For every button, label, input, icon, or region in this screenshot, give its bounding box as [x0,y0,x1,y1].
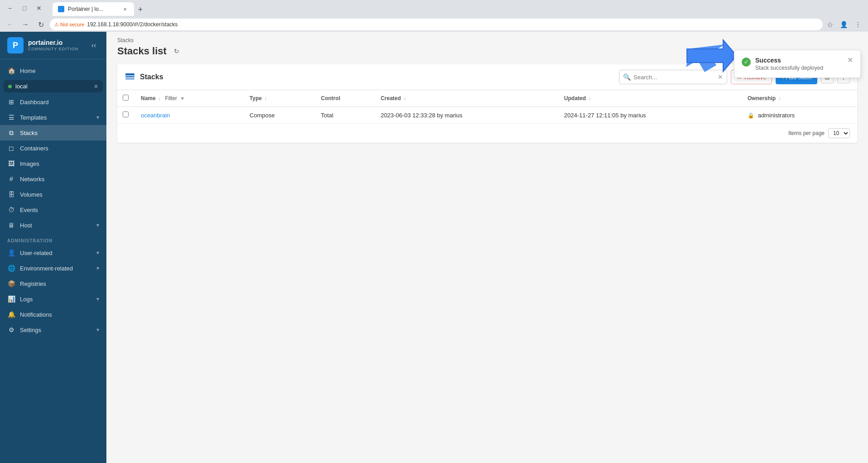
logs-icon: 📊 [7,295,15,303]
active-tab[interactable]: Portainer | lo... ✕ [53,2,134,16]
extensions-button[interactable]: ⋮ [852,18,864,31]
chevron-down-icon: ▾ [96,327,99,333]
col-header-updated[interactable]: Updated ↕ [559,90,742,107]
col-header-ownership[interactable]: Ownership ↕ [742,90,857,107]
sidebar-item-label: Environment-related [20,265,92,272]
toast-close-button[interactable]: ✕ [847,57,853,64]
reload-button[interactable]: ↻ [34,18,47,31]
col-header-created[interactable]: Created ↕ [375,90,559,107]
card-title: Stacks [140,73,163,81]
sidebar-item-registries[interactable]: 📦 Registries [0,276,106,291]
search-input[interactable] [633,74,715,81]
select-all-checkbox[interactable] [123,95,129,101]
col-header-name[interactable]: Name ↓ Filter ▼ [135,90,244,107]
sidebar-item-networks[interactable]: # Networks [0,171,106,187]
table-wrapper: Name ↓ Filter ▼ Type ↕ Control [117,90,857,124]
address-bar[interactable]: ⚠ Not secure 192.168.1.18:9000/#!/2/dock… [50,19,823,30]
sidebar-item-stacks[interactable]: ⧉ Stacks [0,125,106,140]
sidebar-environment-item[interactable]: local ✕ [4,80,103,92]
sidebar-item-host[interactable]: 🖥 Host ▾ [0,217,106,233]
row-created-cell: 2023-06-03 12:33:28 by marius [375,107,559,124]
chevron-down-icon: ▾ [96,222,99,228]
sidebar-item-settings[interactable]: ⚙ Settings ▾ [0,322,106,338]
svg-rect-1 [125,76,134,77]
security-indicator: ⚠ Not secure [54,22,84,28]
logo-edition: COMMUNITY EDITION [28,47,78,52]
table-footer: Items per page 10 25 50 [117,124,857,143]
environment-close-icon[interactable]: ✕ [94,83,98,90]
sidebar-item-templates[interactable]: ☰ Templates ▾ [0,110,106,125]
refresh-button[interactable]: ↻ [171,46,182,57]
sidebar-item-label: User-related [20,250,92,256]
environment-name: local [15,83,90,90]
maximize-button[interactable]: □ [18,2,31,14]
notifications-icon: 🔔 [7,310,15,318]
close-button[interactable]: ✕ [33,2,45,14]
logo-icon: P [7,37,24,53]
sort-icon: ↕ [404,96,406,101]
sort-icon: ↕ [778,96,781,101]
search-icon: 🔍 [623,73,631,81]
sidebar-item-events[interactable]: ⏱ Events [0,202,106,217]
breadcrumb: Stacks [117,37,857,43]
sort-icon: ↓ [158,96,161,101]
sidebar-item-label: Volumes [20,191,99,198]
search-box: 🔍 ✕ [619,70,727,84]
sidebar-item-label: Stacks [20,130,99,136]
success-toast: ✓ Success Stack successfully deployed ✕ [734,50,861,78]
environment-icon: 🌐 [7,264,15,272]
tab-close-button[interactable]: ✕ [121,5,129,13]
logo-text: portainer.io COMMUNITY EDITION [28,39,78,52]
tab-title: Portainer | lo... [68,6,118,12]
sidebar-item-label: Images [20,160,99,167]
sidebar-item-label: Registries [20,280,99,287]
templates-icon: ☰ [7,113,15,121]
settings-icon: ⚙ [7,326,15,334]
bookmark-button[interactable]: ☆ [825,20,834,29]
sidebar-item-dashboard[interactable]: ⊞ Dashboard [0,94,106,110]
sidebar-item-volumes[interactable]: 🗄 Volumes [0,187,106,202]
table-header-row: Name ↓ Filter ▼ Type ↕ Control [117,90,857,107]
logo-name: portainer.io [28,39,78,47]
sidebar-header: P portainer.io COMMUNITY EDITION ‹‹ [0,32,106,59]
toast-message: Stack successfully deployed [755,65,843,71]
home-icon: 🏠 [7,67,15,75]
stack-name-link[interactable]: oceanbrain [141,112,170,119]
sidebar-item-label: Events [20,207,99,213]
stacks-card-icon [125,72,135,82]
toast-content: Success Stack successfully deployed [755,57,843,71]
sidebar-item-containers[interactable]: ◻ Containers [0,140,106,156]
logo-area: P portainer.io COMMUNITY EDITION [7,37,78,53]
svg-rect-0 [125,78,134,80]
forward-button[interactable]: → [19,18,32,31]
sidebar-item-user-related[interactable]: 👤 User-related ▾ [0,245,106,260]
new-tab-button[interactable]: + [134,3,147,16]
search-clear-button[interactable]: ✕ [718,73,723,81]
sidebar-item-notifications[interactable]: 🔔 Notifications [0,307,106,322]
environment-status-dot [8,85,12,88]
sidebar-item-label: Templates [20,114,92,121]
back-button[interactable]: ← [4,18,16,31]
sidebar-collapse-button[interactable]: ‹‹ [88,40,99,51]
items-per-page-select[interactable]: 10 25 50 [828,128,850,138]
sidebar-item-logs[interactable]: 📊 Logs ▾ [0,291,106,307]
tab-favicon [58,6,64,12]
main-content: Stacks Stacks list ↻ Stacks [106,32,868,463]
profile-button[interactable]: 👤 [837,18,850,31]
sidebar-item-images[interactable]: 🖼 Images [0,156,106,171]
toast-success-icon: ✓ [742,58,751,67]
col-header-control: Control [316,90,375,107]
chevron-down-icon: ▾ [96,296,99,302]
minimize-button[interactable]: − [4,2,16,14]
sidebar-item-home[interactable]: 🏠 Home [0,63,106,78]
sidebar-item-environment-related[interactable]: 🌐 Environment-related ▾ [0,260,106,276]
sidebar-item-label: Home [20,68,99,74]
sidebar-item-label: Host [20,222,92,229]
col-header-type[interactable]: Type ↕ [244,90,316,107]
row-checkbox[interactable] [123,111,129,117]
card-title-area: Stacks [125,72,163,82]
ownership-icon: 🔒 [748,112,754,119]
sidebar-item-label: Notifications [20,311,99,318]
stacks-icon: ⧉ [7,129,15,137]
row-updated-cell: 2024-11-27 12:11:05 by marius [559,107,742,124]
